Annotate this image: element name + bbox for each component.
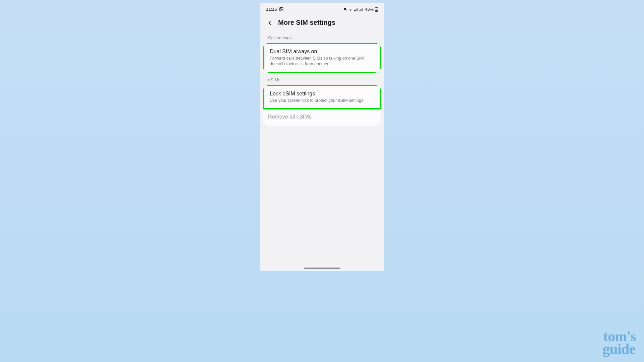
setting-dual-sim-always-on[interactable]: Dual SIM always on Forward calls between…	[263, 43, 381, 73]
signal-icon-1	[354, 7, 358, 11]
setting-description: Use your screen lock to protect your eSI…	[270, 98, 374, 103]
call-settings-card: Dual SIM always on Forward calls between…	[263, 43, 381, 73]
svg-rect-9	[361, 9, 361, 11]
phone-screenshot: 11:16 43% Mor	[260, 3, 384, 271]
setting-description: Forward calls between SIMs so talking on…	[270, 56, 374, 67]
esims-card: Lock eSIM settings Use your screen lock …	[263, 85, 381, 126]
battery-icon	[375, 7, 378, 12]
svg-rect-4	[354, 10, 355, 11]
page-header: More SIM settings	[260, 15, 384, 34]
svg-point-3	[350, 10, 351, 11]
svg-rect-10	[362, 8, 362, 11]
setting-lock-esim[interactable]: Lock eSIM settings Use your screen lock …	[263, 85, 381, 110]
section-label-esims: eSIMs	[260, 76, 384, 85]
chevron-left-icon	[266, 19, 273, 26]
back-button[interactable]	[266, 19, 273, 26]
settings-content: Call settings Dual SIM always on Forward…	[260, 34, 384, 271]
svg-rect-11	[363, 8, 363, 11]
svg-point-1	[280, 8, 281, 9]
svg-rect-7	[357, 8, 358, 11]
svg-rect-5	[355, 9, 356, 11]
mute-icon	[343, 7, 347, 11]
brand-watermark: tom's guide	[584, 330, 636, 355]
setting-remove-all-esims[interactable]: Remove all eSIMs	[263, 109, 381, 126]
status-bar: 11:16 43%	[260, 3, 384, 15]
battery-text: 43%	[365, 7, 374, 12]
status-right: 43%	[343, 7, 378, 12]
image-indicator-icon	[279, 7, 283, 11]
svg-rect-14	[375, 9, 377, 11]
status-left: 11:16	[266, 7, 283, 12]
section-label-call-settings: Call settings	[260, 34, 384, 43]
signal-icon-2	[360, 7, 364, 11]
brand-line-2: guide	[584, 343, 636, 355]
setting-title: Dual SIM always on	[270, 49, 374, 55]
page-title: More SIM settings	[278, 19, 335, 26]
navigation-handle[interactable]	[304, 268, 340, 269]
svg-rect-8	[360, 10, 360, 11]
svg-rect-6	[356, 8, 357, 11]
wifi-icon	[348, 7, 353, 11]
setting-title: Lock eSIM settings	[270, 91, 374, 97]
status-time: 11:16	[266, 7, 277, 12]
setting-title: Remove all eSIMs	[268, 114, 376, 120]
